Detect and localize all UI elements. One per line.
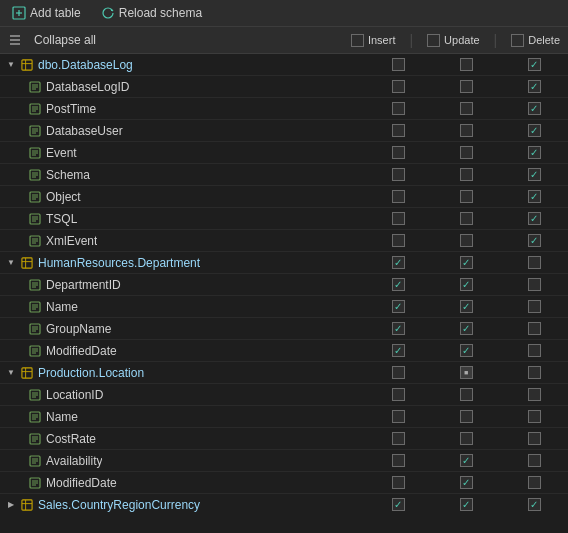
checkbox[interactable] bbox=[460, 388, 473, 401]
field-row[interactable]: XmlEvent bbox=[0, 230, 568, 252]
field-row[interactable]: TSQL bbox=[0, 208, 568, 230]
checkbox[interactable] bbox=[528, 190, 541, 203]
field-row[interactable]: Availability bbox=[0, 450, 568, 472]
field-row[interactable]: CostRate bbox=[0, 428, 568, 450]
checkbox[interactable] bbox=[460, 58, 473, 71]
field-check-cells bbox=[364, 454, 568, 467]
checkbox[interactable] bbox=[528, 300, 541, 313]
checkbox[interactable] bbox=[528, 80, 541, 93]
checkbox[interactable] bbox=[460, 146, 473, 159]
expand-arrow-icon[interactable]: ▼ bbox=[6, 368, 16, 378]
checkbox[interactable] bbox=[392, 278, 405, 291]
checkbox[interactable] bbox=[392, 212, 405, 225]
collapse-all-button[interactable]: Collapse all bbox=[30, 31, 100, 49]
field-row[interactable]: Event bbox=[0, 142, 568, 164]
checkbox[interactable] bbox=[392, 168, 405, 181]
checkbox[interactable] bbox=[460, 190, 473, 203]
table-row[interactable]: ▼ HumanResources.Department bbox=[0, 252, 568, 274]
field-row[interactable]: Schema bbox=[0, 164, 568, 186]
checkbox[interactable] bbox=[460, 300, 473, 313]
checkbox[interactable] bbox=[528, 410, 541, 423]
field-row[interactable]: Object bbox=[0, 186, 568, 208]
checkbox[interactable] bbox=[460, 454, 473, 467]
checkbox[interactable] bbox=[460, 366, 473, 379]
checkbox[interactable] bbox=[528, 102, 541, 115]
checkbox[interactable] bbox=[528, 234, 541, 247]
checkbox[interactable] bbox=[460, 344, 473, 357]
checkbox[interactable] bbox=[528, 212, 541, 225]
add-table-button[interactable]: Add table bbox=[8, 4, 85, 22]
expand-arrow-icon[interactable]: ▼ bbox=[6, 258, 16, 268]
checkbox[interactable] bbox=[528, 322, 541, 335]
checkbox[interactable] bbox=[528, 344, 541, 357]
field-row[interactable]: DatabaseUser bbox=[0, 120, 568, 142]
table-row[interactable]: ▶ Sales.CountryRegionCurrency bbox=[0, 494, 568, 515]
checkbox[interactable] bbox=[392, 190, 405, 203]
checkbox[interactable] bbox=[392, 146, 405, 159]
checkbox[interactable] bbox=[392, 476, 405, 489]
field-row[interactable]: DatabaseLogID bbox=[0, 76, 568, 98]
field-row[interactable]: ModifiedDate bbox=[0, 340, 568, 362]
checkbox[interactable] bbox=[528, 58, 541, 71]
checkbox[interactable] bbox=[528, 432, 541, 445]
field-icon bbox=[28, 432, 42, 446]
checkbox[interactable] bbox=[392, 366, 405, 379]
field-row[interactable]: DepartmentID bbox=[0, 274, 568, 296]
expand-arrow-icon[interactable]: ▼ bbox=[6, 60, 16, 70]
checkbox[interactable] bbox=[392, 498, 405, 511]
table-row[interactable]: ▼ Production.Location bbox=[0, 362, 568, 384]
checkbox[interactable] bbox=[528, 366, 541, 379]
field-icon bbox=[28, 190, 42, 204]
checkbox[interactable] bbox=[528, 498, 541, 511]
checkbox[interactable] bbox=[460, 498, 473, 511]
field-row[interactable]: ModifiedDate bbox=[0, 472, 568, 494]
checkbox[interactable] bbox=[392, 256, 405, 269]
checkbox[interactable] bbox=[460, 476, 473, 489]
field-label: XmlEvent bbox=[0, 234, 364, 248]
checkbox[interactable] bbox=[392, 80, 405, 93]
field-label: CostRate bbox=[0, 432, 364, 446]
checkbox[interactable] bbox=[528, 454, 541, 467]
field-row[interactable]: Name bbox=[0, 406, 568, 428]
field-row[interactable]: PostTime bbox=[0, 98, 568, 120]
checkbox[interactable] bbox=[460, 432, 473, 445]
field-row[interactable]: LocationID bbox=[0, 384, 568, 406]
checkbox[interactable] bbox=[460, 80, 473, 93]
checkbox[interactable] bbox=[392, 454, 405, 467]
checkbox[interactable] bbox=[392, 234, 405, 247]
table-row[interactable]: ▼ dbo.DatabaseLog bbox=[0, 54, 568, 76]
checkbox[interactable] bbox=[528, 168, 541, 181]
checkbox[interactable] bbox=[460, 278, 473, 291]
field-check-cells bbox=[364, 300, 568, 313]
field-check-cells bbox=[364, 168, 568, 181]
checkbox[interactable] bbox=[528, 476, 541, 489]
checkbox[interactable] bbox=[528, 388, 541, 401]
expand-arrow-icon[interactable]: ▶ bbox=[6, 500, 16, 510]
checkbox[interactable] bbox=[392, 102, 405, 115]
checkbox[interactable] bbox=[528, 278, 541, 291]
field-row[interactable]: GroupName bbox=[0, 318, 568, 340]
checkbox[interactable] bbox=[460, 234, 473, 247]
checkbox[interactable] bbox=[460, 102, 473, 115]
checkbox[interactable] bbox=[460, 256, 473, 269]
checkbox[interactable] bbox=[460, 212, 473, 225]
checkbox[interactable] bbox=[392, 410, 405, 423]
checkbox[interactable] bbox=[460, 322, 473, 335]
checkbox[interactable] bbox=[392, 124, 405, 137]
checkbox[interactable] bbox=[392, 388, 405, 401]
checkbox[interactable] bbox=[392, 344, 405, 357]
checkbox[interactable] bbox=[460, 168, 473, 181]
checkbox[interactable] bbox=[528, 256, 541, 269]
field-name: DatabaseUser bbox=[46, 124, 123, 138]
checkbox[interactable] bbox=[528, 124, 541, 137]
checkbox[interactable] bbox=[392, 58, 405, 71]
checkbox[interactable] bbox=[460, 410, 473, 423]
reload-schema-button[interactable]: Reload schema bbox=[97, 4, 206, 22]
checkbox[interactable] bbox=[392, 432, 405, 445]
checkbox[interactable] bbox=[460, 124, 473, 137]
checkbox[interactable] bbox=[528, 146, 541, 159]
checkbox[interactable] bbox=[392, 322, 405, 335]
field-row[interactable]: Name bbox=[0, 296, 568, 318]
field-icon bbox=[28, 300, 42, 314]
checkbox[interactable] bbox=[392, 300, 405, 313]
